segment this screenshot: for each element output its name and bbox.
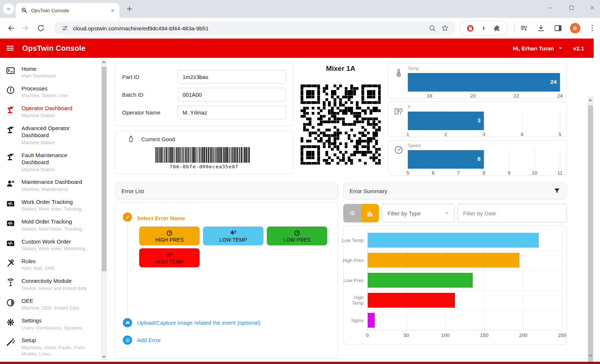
wave-card-icon — [6, 199, 15, 208]
back-button[interactable] — [7, 24, 16, 33]
sidebar-item-settings[interactable]: SettingsUsers, Permissions, Systems.. — [6, 314, 99, 334]
sidebar-item-advanced-operator-dashboard[interactable]: Advanced Operator DashboardMachine Stati… — [6, 122, 99, 149]
sidebar-item-oee[interactable]: OEEMachine, OEE, Instant Data — [6, 294, 99, 314]
download-icon[interactable] — [537, 24, 545, 33]
window-minimize-button[interactable] — [547, 4, 555, 12]
bookmark-star-icon[interactable] — [441, 24, 449, 32]
sidebar-scrollbar-thumb[interactable] — [102, 67, 106, 271]
page-scrollbar[interactable] — [587, 96, 594, 360]
gauge-gridline — [560, 72, 560, 92]
error-button-low-pres[interactable]: LOW PRES — [267, 226, 327, 245]
adblock-extension-icon[interactable] — [466, 24, 474, 32]
sidebar-item-fault-maintenance-dashboard[interactable]: Fault Maintenance DashboardMachine Stati… — [6, 149, 99, 176]
side-panel-icon[interactable] — [554, 24, 563, 33]
sidebar-item-custom-work-order[interactable]: Custom Work OrderStation, Work order, Mo… — [6, 235, 99, 255]
app-header: OpsTwin Console Hi, Erhan Turan v2.1 — [0, 39, 594, 58]
filter-funnel-icon[interactable] — [553, 187, 561, 195]
sidebar-item-sublabel: Machine Station — [22, 140, 94, 146]
chart-x-tick-label: 100 — [441, 332, 450, 338]
error-button-high-pres[interactable]: HIGH PRES — [139, 226, 200, 245]
operator-name-input[interactable] — [178, 106, 286, 119]
error-button-high-temp[interactable]: HIGH TEMP — [139, 248, 200, 267]
sidebar-item-home[interactable]: HomeMain Dashboard — [6, 62, 99, 82]
browser-tab[interactable]: OpsTwin Console — [16, 3, 119, 18]
hamburger-menu-icon[interactable] — [5, 43, 15, 53]
list-view-button[interactable] — [343, 204, 361, 222]
form-row-part-id: Part ID — [117, 68, 291, 86]
sidebar-item-connectivity-module[interactable]: Connectivity ModuleDevice, sensor and in… — [6, 275, 99, 294]
profile-avatar[interactable]: B — [570, 23, 580, 33]
add-error-link[interactable]: Add Error — [137, 337, 161, 343]
error-summary-chart: Low TempHigh PresLow PresHigh TempNginx … — [344, 230, 562, 341]
upload-image-link[interactable]: Upload/Capture image related the event (… — [137, 320, 260, 326]
sidebar-scroll-down-arrow[interactable] — [102, 356, 106, 358]
close-icon — [110, 8, 115, 13]
part-id-input[interactable] — [178, 70, 286, 84]
sidebar-item-sublabel: Machine Station — [22, 167, 94, 173]
sidebar: HomeMain DashboardProcessesMachine, Stat… — [0, 58, 109, 362]
sidebar-item-setup[interactable]: SetupMachines, Users, Faults, Parts, Mod… — [6, 334, 99, 360]
gauge-bar: 24 — [408, 73, 560, 92]
sidebar-item-label: Rules — [22, 258, 94, 265]
add-error-button[interactable] — [123, 335, 132, 345]
barcode-value: 766-8bfe-d00ecea35e8f — [115, 164, 293, 169]
sidebar-item-label: Work Order Tracking — [22, 198, 94, 206]
gauge-tick-label: 20 — [470, 93, 476, 99]
gauge-tick-label: 2 — [445, 132, 447, 137]
gauge-tick-label: 3 — [482, 132, 485, 137]
sidebar-item-work-order-tracking[interactable]: Work Order TrackingStation, Work order, … — [6, 195, 99, 215]
chart-row-separator — [368, 250, 562, 251]
tab-search-button[interactable] — [3, 3, 14, 14]
sidebar-scroll-up-arrow[interactable] — [102, 60, 106, 63]
error-button-label: HIGH PRES — [155, 237, 184, 243]
field-label: Part ID — [122, 74, 178, 80]
forward-button[interactable] — [21, 24, 30, 33]
browser-toolbar: cloud.opstwin.com/machine/ed9dc494-bf44-… — [0, 18, 600, 39]
new-tab-button[interactable] — [125, 5, 134, 13]
sidebar-item-processes[interactable]: ProcessesMachine, Station, Line — [6, 82, 99, 102]
page-scroll-down-arrow[interactable] — [588, 355, 592, 357]
window-maximize-button[interactable] — [567, 4, 576, 12]
sidebar-scrollbar[interactable] — [101, 59, 107, 360]
address-bar[interactable]: cloud.opstwin.com/machine/ed9dc494-bf44-… — [54, 21, 456, 35]
gauge-tick-label: 11 — [557, 170, 563, 176]
select-error-step-icon — [123, 212, 132, 222]
user-caret-down-icon[interactable] — [557, 45, 564, 52]
sidebar-item-sublabel: Alert, Mail, SMS — [22, 265, 94, 272]
error-button-low-temp[interactable]: LOW TEMP — [203, 226, 263, 245]
upload-image-button[interactable] — [123, 318, 132, 327]
robot-arm-icon — [6, 125, 15, 135]
sidebar-item-rules[interactable]: RulesAlert, Mail, SMS — [6, 255, 99, 274]
sidebar-item-mold-order-tracking[interactable]: Mold Order TrackingStation, Mold Order, … — [6, 215, 99, 235]
sidebar-menu: HomeMain DashboardProcessesMachine, Stat… — [0, 60, 99, 364]
chart-view-button[interactable] — [361, 204, 379, 222]
tab-close-button[interactable] — [109, 7, 116, 14]
error-button-label: LOW TEMP — [219, 237, 247, 243]
blue-extension-icon[interactable] — [480, 24, 488, 32]
reload-button[interactable] — [36, 24, 45, 33]
gauge-gridline — [509, 149, 509, 169]
user-greeting[interactable]: Hi, Erhan Turan — [513, 45, 554, 52]
gauge-gridline — [535, 149, 535, 169]
gauge-gridline — [560, 149, 560, 169]
batch-id-input[interactable] — [178, 88, 286, 102]
browser-window: OpsTwin Console cloud.opstwin.com/machin… — [0, 0, 600, 364]
browser-menu-icon[interactable] — [588, 24, 597, 33]
window-close-button[interactable] — [588, 4, 596, 12]
sidebar-item-maintenance-dashboard[interactable]: Maintenance DashboardMachine, Maintenanc… — [6, 176, 99, 195]
filter-by-date-input[interactable] — [458, 204, 567, 222]
filter-by-type-select[interactable]: Filter by Type — [382, 204, 455, 222]
extensions-puzzle-icon[interactable] — [493, 24, 501, 32]
gauge-tick-label: 7 — [457, 170, 460, 176]
page-scroll-up-arrow[interactable] — [588, 99, 592, 101]
sidebar-item-label: Connectivity Module — [22, 277, 94, 285]
sidebar-item-operator-dashboard[interactable]: Operator DashboardMachine Station — [6, 102, 99, 122]
site-info-icon[interactable] — [61, 24, 69, 32]
page-scrollbar-thumb[interactable] — [588, 105, 593, 364]
media-playlist-icon[interactable] — [519, 24, 528, 33]
gauge-value: 8 — [478, 156, 481, 162]
error-summary-header: Error Summary — [343, 182, 567, 199]
gauge-tick-label: 6 — [432, 170, 435, 176]
chart-category-label: Low Pres — [341, 278, 364, 283]
zoom-icon[interactable] — [428, 24, 436, 32]
